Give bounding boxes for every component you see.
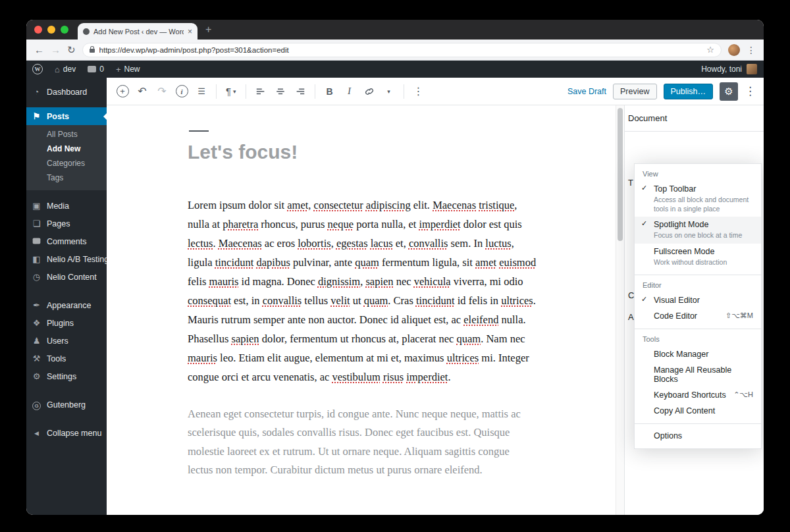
menu-item-keyboard-shortcuts[interactable]: Keyboard Shortcuts ⌃⌥H [635, 387, 761, 403]
preview-button[interactable]: Preview [613, 84, 656, 99]
sidebar-item-label: Plugins [47, 319, 74, 328]
paragraph-block-button[interactable]: ¶ ▾ [222, 86, 240, 97]
undo-button[interactable]: ↶ [133, 82, 151, 101]
block-options-button[interactable]: ⋮ [409, 82, 428, 101]
bookmark-star-icon[interactable]: ☆ [706, 45, 714, 55]
window-close-button[interactable] [34, 26, 42, 34]
adminbar-avatar[interactable] [747, 64, 757, 74]
post-paragraph-focused[interactable]: Lorem ipsum dolor sit amet, consectetur … [188, 196, 537, 386]
sidebar-item-label: Pages [47, 219, 70, 228]
link-button[interactable] [360, 82, 379, 101]
post-paragraph-dimmed[interactable]: Aenean eget consectetur turpis, id congu… [188, 405, 537, 480]
menu-item-copy-all-content[interactable]: Copy All Content [635, 403, 761, 419]
submenu-all-posts[interactable]: All Posts [26, 127, 107, 142]
menu-item-label: Keyboard Shortcuts [654, 390, 726, 400]
sidebar-item-settings[interactable]: ⚙ Settings [26, 367, 107, 385]
bold-button[interactable]: B [321, 82, 339, 101]
sidebar-item-users[interactable]: ♟ Users [26, 332, 107, 350]
tab-document[interactable]: Document [628, 113, 667, 123]
menu-section-editor: Editor ✓ Visual Editor Code Editor ⇧⌥⌘M [635, 275, 761, 329]
browser-window: Add New Post ‹ dev — WordPr × + ← → ↻ ht… [26, 20, 764, 515]
misspelled-word: amet [475, 256, 496, 269]
misspelled-word: Maecenas [433, 199, 476, 211]
align-right-button[interactable] [291, 82, 309, 101]
submenu-add-new[interactable]: Add New [26, 142, 107, 156]
sidebar-panel-fragment[interactable]: C [628, 290, 634, 300]
toolbar-separator [216, 84, 217, 99]
misspelled-word: vehicula [414, 275, 451, 288]
menu-item-label: Fullscreen Mode [654, 247, 753, 256]
sidebar-item-comments[interactable]: Comments [26, 232, 107, 250]
block-inserter-button[interactable]: + [113, 82, 132, 101]
post-title[interactable]: Let's focus! [188, 141, 537, 164]
tab-close-icon[interactable]: × [188, 27, 192, 36]
refresh-button[interactable]: ↻ [67, 44, 76, 56]
sidebar-item-dashboard[interactable]: ◔ Dashboard [26, 83, 107, 101]
publish-button[interactable]: Publish… [664, 84, 714, 99]
sidebar-item-appearance[interactable]: ✒ Appearance [26, 296, 107, 314]
misspelled-word: velit [330, 294, 350, 307]
collapse-arrow-icon: ◀ [32, 430, 41, 437]
menu-item-shortcut: ⇧⌥⌘M [725, 311, 753, 320]
redo-button[interactable]: ↷ [153, 82, 171, 101]
browser-tab[interactable]: Add New Post ‹ dev — WordPr × [78, 23, 198, 40]
sidebar-item-gutenberg[interactable]: G Gutenberg [26, 396, 107, 414]
sidebar-item-plugins[interactable]: ❖ Plugins [26, 314, 107, 332]
sidebar-panel-fragment[interactable]: A [628, 312, 634, 322]
formatting-options-button[interactable]: ▾ [380, 82, 398, 101]
sidebar-item-posts[interactable]: ⚑ Posts [26, 107, 107, 125]
browser-profile-avatar[interactable] [728, 44, 740, 56]
address-bar[interactable]: https://dev.wp/wp-admin/post.php?post=30… [82, 43, 722, 57]
window-zoom-button[interactable] [61, 26, 68, 34]
content-scrollbar-track[interactable] [616, 105, 624, 515]
misspelled-word: dapibus [257, 256, 290, 269]
admin-main: ◔ Dashboard ⚑ Posts All Posts Add New Ca… [26, 78, 764, 515]
misspelled-word: ultrices [501, 294, 533, 307]
settings-gear-button[interactable]: ⚙ [720, 82, 738, 101]
misspelled-word: quam [364, 294, 388, 307]
sidebar-item-label: Tools [47, 354, 66, 363]
menu-item-manage-reusable-blocks[interactable]: Manage All Reusable Blocks [635, 362, 761, 387]
submenu-tags[interactable]: Tags [26, 171, 107, 185]
window-minimize-button[interactable] [47, 26, 55, 34]
more-tools-button[interactable]: ⋮ [745, 84, 756, 98]
save-draft-button[interactable]: Save Draft [567, 87, 606, 96]
adminbar-howdy[interactable]: Howdy, toni [701, 65, 742, 74]
content-scrollbar-thumb[interactable] [618, 108, 623, 241]
adminbar-comments-link[interactable]: 0 [82, 61, 110, 78]
adminbar-new-link[interactable]: + New [110, 61, 146, 78]
menu-item-label: Copy All Content [654, 406, 753, 415]
menu-item-top-toolbar[interactable]: ✓ Top Toolbar Access all block and docum… [635, 181, 761, 217]
new-tab-button[interactable]: + [205, 24, 211, 36]
adminbar-site-link[interactable]: ⌂ dev [49, 61, 82, 78]
menu-item-fullscreen-mode[interactable]: Fullscreen Mode Work without distraction [635, 244, 761, 270]
sidebar-item-label: Settings [47, 372, 76, 381]
wordpress-logo[interactable]: W [26, 61, 49, 78]
forward-button[interactable]: → [51, 44, 61, 55]
menu-item-spotlight-mode[interactable]: ✓ Spotlight Mode Focus on one block at a… [635, 217, 761, 243]
menu-item-block-manager[interactable]: Block Manager [635, 346, 761, 362]
back-button[interactable]: ← [34, 44, 44, 55]
sidebar-item-collapse-menu[interactable]: ◀ Collapse menu [26, 425, 107, 442]
menu-item-visual-editor[interactable]: ✓ Visual Editor [635, 292, 761, 308]
comments-icon [32, 236, 41, 246]
sidebar-panel-fragment[interactable]: T [628, 178, 633, 188]
editor-canvas: Let's focus! Lorem ipsum dolor sit amet,… [107, 105, 624, 515]
check-icon: ✓ [641, 184, 647, 192]
content-structure-button[interactable]: i [172, 82, 191, 101]
toolbar-separator [404, 84, 404, 99]
browser-menu-icon[interactable]: ⋮ [747, 45, 756, 55]
italic-button[interactable]: I [340, 82, 359, 101]
menu-item-options[interactable]: Options [635, 428, 761, 444]
submenu-categories[interactable]: Categories [26, 156, 107, 171]
align-left-button[interactable] [251, 82, 270, 101]
sidebar-item-pages[interactable]: ❏ Pages [26, 215, 107, 232]
sidebar-item-label: Gutenberg [47, 400, 86, 410]
sidebar-item-tools[interactable]: ⚒ Tools [26, 350, 107, 367]
block-navigation-button[interactable]: ☰ [192, 82, 211, 101]
align-center-button[interactable] [271, 82, 290, 101]
sidebar-item-media[interactable]: ▣ Media [26, 197, 107, 215]
sidebar-item-nelio-content[interactable]: ◷ Nelio Content [26, 268, 107, 286]
menu-item-code-editor[interactable]: Code Editor ⇧⌥⌘M [635, 308, 761, 324]
sidebar-item-nelio-ab-testing[interactable]: ◧ Nelio A/B Testing [26, 250, 107, 268]
